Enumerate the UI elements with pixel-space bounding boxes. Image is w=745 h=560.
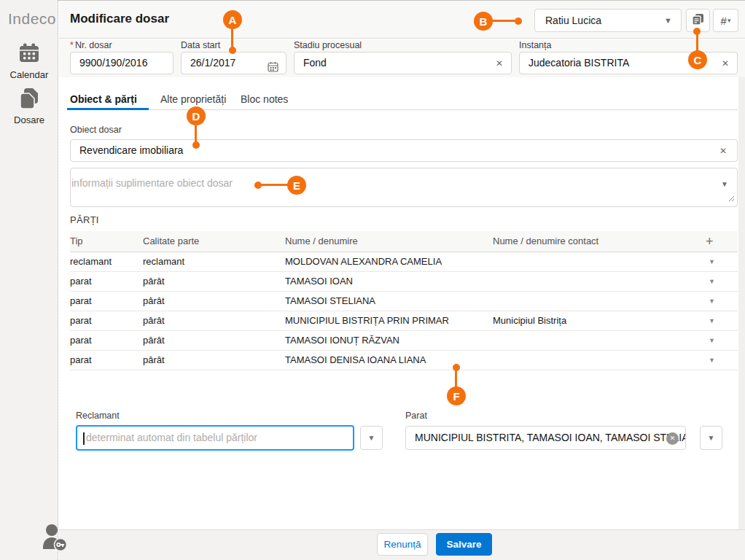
stadiu-procesual-label: Stadiu procesual: [294, 40, 362, 50]
cell-calitate[interactable]: pârât: [143, 330, 285, 350]
cancel-button[interactable]: Renunță: [377, 533, 428, 556]
user-select-value: Ratiu Lucica: [545, 15, 601, 26]
cell-tip[interactable]: parat: [70, 311, 143, 330]
clear-icon[interactable]: ✕: [496, 52, 503, 74]
chevron-down-icon: ▼: [664, 16, 672, 25]
cell-nume[interactable]: MUNICIPIUL BISTRIȚA PRIN PRIMAR: [285, 311, 493, 330]
copy-icon: [692, 13, 704, 28]
text-caret: [83, 432, 85, 445]
cell-nume[interactable]: TAMASOI IOAN: [285, 271, 493, 291]
nr-dosar-label: *Nr. dosar: [70, 40, 112, 50]
calendar-icon[interactable]: [268, 58, 278, 74]
data-start-label: Data start: [181, 40, 220, 50]
cell-tip[interactable]: reclamant: [70, 252, 143, 271]
active-tab-underline: [67, 108, 149, 110]
stadiu-procesual-field[interactable]: Fond ✕: [294, 52, 512, 74]
tabs-divider: [67, 109, 738, 110]
reclamant-field[interactable]: determinat automat din tabelul părților: [76, 425, 354, 451]
app-logo: Indeco: [8, 10, 56, 28]
table-row[interactable]: parat pârât TAMASOI STELIANA ▼: [70, 291, 738, 311]
chevron-down-icon: ▼: [368, 434, 375, 442]
user-key-icon[interactable]: [42, 524, 67, 556]
reclamant-dropdown-button[interactable]: ▼: [360, 426, 383, 450]
tab-bloc-notes[interactable]: Bloc notes: [241, 93, 288, 105]
user-select[interactable]: Ratiu Lucica ▼: [534, 9, 682, 32]
cell-contact[interactable]: [493, 350, 698, 370]
cell-tip[interactable]: parat: [70, 350, 143, 370]
parat-field[interactable]: MUNICIPIUL BISTRITA, TAMASOI IOAN, TAMAS…: [405, 426, 686, 450]
sidebar-item-label: Calendar: [0, 69, 58, 80]
table-row[interactable]: parat pârât TAMASOI IONUȚ RĂZVAN ▼: [70, 330, 738, 350]
reclamant-label: Reclamant: [76, 411, 120, 421]
instanta-label: Instanța: [519, 40, 551, 50]
col-header-contact: Nume / denumire contact: [493, 231, 698, 252]
page-title: Modificare dosar: [70, 12, 169, 26]
cell-calitate[interactable]: pârât: [143, 271, 285, 291]
cell-calitate[interactable]: pârât: [143, 311, 285, 330]
cell-tip[interactable]: parat: [70, 271, 143, 291]
cell-calitate[interactable]: reclamant: [143, 252, 285, 271]
chevron-down-icon: ▾: [728, 17, 731, 24]
parat-label: Parat: [405, 411, 427, 421]
parti-section-title: PĂRȚI: [70, 214, 99, 225]
table-row[interactable]: parat pârât TAMASOI DENISA IOANA LIANA ▼: [70, 350, 738, 370]
required-mark: *: [70, 40, 74, 50]
cell-nume[interactable]: TAMASOI STELIANA: [285, 291, 493, 311]
add-party-button[interactable]: +: [698, 235, 714, 248]
row-expand-icon[interactable]: ▼: [709, 337, 715, 344]
textarea-placeholder: informații suplimentare obiect dosar: [71, 177, 233, 189]
cell-calitate[interactable]: pârât: [143, 291, 285, 311]
cell-contact[interactable]: Municipiul Bistrița: [493, 311, 698, 330]
obiect-dosar-field[interactable]: Revendicare imobiliara ✕: [70, 139, 738, 162]
table-row[interactable]: reclamant reclamant MOLDOVAN ALEXANDRA C…: [70, 252, 738, 271]
calendar-icon: [18, 54, 40, 66]
info-suplimentare-textarea[interactable]: informații suplimentare obiect dosar ▼: [70, 168, 738, 207]
clear-circle-icon[interactable]: ✕: [666, 432, 679, 445]
row-expand-icon[interactable]: ▼: [709, 298, 715, 305]
resize-handle-icon[interactable]: [728, 192, 735, 204]
parti-table: Tip Calitate parte Nume / denumire Nume …: [70, 231, 738, 370]
sidebar-item-calendar[interactable]: Calendar: [0, 42, 58, 80]
cell-contact[interactable]: [493, 330, 698, 350]
col-header-nume: Nume / denumire: [285, 231, 493, 252]
clear-icon[interactable]: ✕: [722, 52, 729, 74]
hash-menu-button[interactable]: # ▾: [713, 9, 738, 32]
cell-contact[interactable]: [493, 291, 698, 311]
table-row[interactable]: parat pârât TAMASOI IOAN ▼: [70, 271, 738, 291]
chevron-down-icon: ▼: [708, 434, 715, 442]
col-header-calitate: Calitate parte: [143, 231, 285, 252]
cell-contact[interactable]: [493, 271, 698, 291]
row-expand-icon[interactable]: ▼: [709, 357, 715, 364]
nr-dosar-field[interactable]: 9900/190/2016: [70, 52, 173, 74]
row-expand-icon[interactable]: ▼: [709, 317, 715, 324]
cell-nume[interactable]: MOLDOVAN ALEXANDRA CAMELIA: [285, 252, 493, 271]
table-header-row: Tip Calitate parte Nume / denumire Nume …: [70, 231, 738, 252]
row-expand-icon[interactable]: ▼: [709, 278, 715, 285]
reclamant-placeholder: determinat automat din tabelul părților: [86, 432, 257, 443]
cell-tip[interactable]: parat: [70, 330, 143, 350]
app-window: { "app": { "name": "Indeco" }, "colors":…: [0, 0, 745, 560]
chevron-down-icon[interactable]: ▼: [721, 173, 728, 195]
cell-tip[interactable]: parat: [70, 291, 143, 311]
hash-icon: #: [721, 15, 727, 27]
tab-alte-proprietati[interactable]: Alte proprietăți: [160, 93, 226, 105]
cell-calitate[interactable]: pârât: [143, 350, 285, 370]
save-button[interactable]: Salvare: [436, 533, 492, 556]
cell-nume[interactable]: TAMASOI DENISA IOANA LIANA: [285, 350, 493, 370]
sidebar: Indeco Calendar Dosare: [0, 0, 58, 560]
tab-obiect-parti[interactable]: Obiect & părți: [70, 93, 137, 105]
cell-nume[interactable]: TAMASOI IONUȚ RĂZVAN: [285, 330, 493, 350]
col-header-tip: Tip: [70, 231, 143, 252]
documents-icon: [19, 99, 39, 112]
clear-icon[interactable]: ✕: [719, 140, 727, 162]
row-expand-icon[interactable]: ▼: [709, 258, 715, 265]
data-start-field[interactable]: 26/1/2017: [181, 52, 286, 74]
scrollbar-gutter[interactable]: [738, 77, 745, 529]
sidebar-item-label: Dosare: [0, 114, 58, 125]
obiect-dosar-label: Obiect dosar: [70, 125, 122, 135]
parat-dropdown-button[interactable]: ▼: [700, 426, 722, 450]
table-row[interactable]: parat pârât MUNICIPIUL BISTRIȚA PRIN PRI…: [70, 311, 738, 330]
sidebar-item-dosare[interactable]: Dosare: [0, 88, 58, 125]
parti-table-body: reclamant reclamant MOLDOVAN ALEXANDRA C…: [70, 252, 738, 370]
cell-contact[interactable]: [493, 252, 698, 271]
